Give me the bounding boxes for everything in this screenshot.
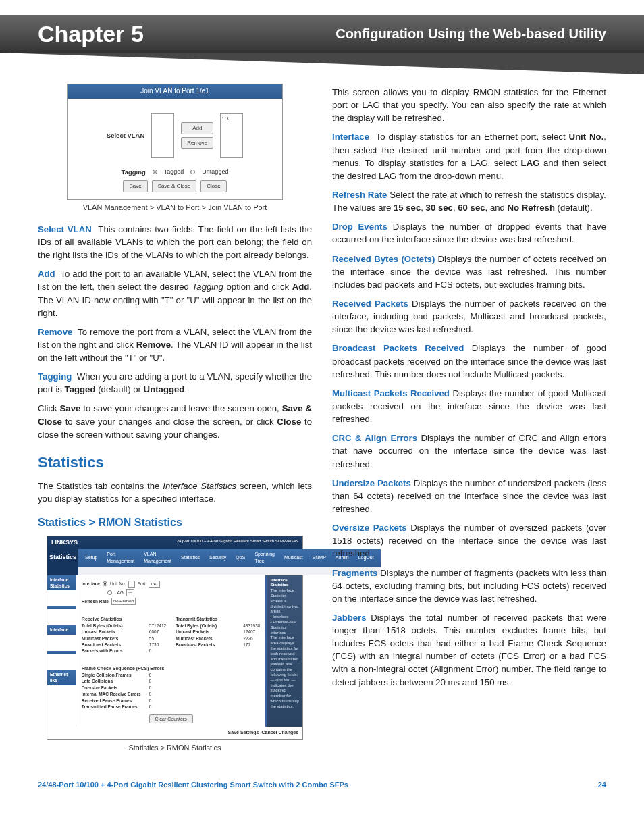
- fig2-port-select[interactable]: 1/e1: [149, 581, 161, 588]
- fig2-brand: LINKSYS: [51, 539, 78, 546]
- term-received-bytes: Received Bytes (Octets): [332, 254, 435, 264]
- section-title: Configuration Using the Web-based Utilit…: [336, 26, 606, 42]
- fig2-clear-button[interactable]: Clear Counters: [149, 714, 193, 723]
- fig1-untagged-text: Untagged: [202, 167, 228, 176]
- fig1-save-button[interactable]: Save: [123, 180, 147, 192]
- fig2-stat-row: Total Bytes (Octets)5712412: [82, 623, 166, 629]
- fig2-model: 24 port 10/100 + 4-Port Gigabit Resilien…: [177, 538, 298, 544]
- fig1-remove-button[interactable]: Remove: [181, 137, 213, 149]
- fig2-refresh-select[interactable]: No Refresh: [111, 598, 136, 605]
- fig1-caption: VLAN Management > VLAN to Port > Join VL…: [38, 203, 312, 213]
- chapter-title: Chapter 5: [38, 21, 144, 47]
- fig1-tagged-radio[interactable]: [153, 170, 157, 174]
- fig2-nav-tab[interactable]: Setup: [82, 554, 100, 562]
- fig2-stat-row: Received Pause Frames0: [82, 698, 261, 704]
- term-add: Add: [38, 269, 55, 279]
- page-footer: 24/48-Port 10/100 + 4-Port Gigabit Resil…: [38, 781, 606, 789]
- fig2-nav-tab[interactable]: Spanning Tree: [252, 550, 277, 565]
- figure-join-vlan: Join VLAN to Port 1/e1 Select VLAN Add R…: [67, 84, 283, 200]
- term-crc-align: CRC & Align Errors: [332, 433, 417, 443]
- fig2-stat-row: Multicast Packets2226: [176, 635, 260, 642]
- fig2-nav-tab[interactable]: SNMP: [310, 554, 329, 562]
- fig1-add-button[interactable]: Add: [181, 122, 213, 134]
- fig1-tagged-text: Tagged: [164, 167, 184, 176]
- term-tagging: Tagging: [38, 371, 72, 382]
- term-undersize: Undersize Packets: [332, 478, 411, 488]
- fig2-stat-row: Internal MAC Receive Errors0: [82, 691, 261, 697]
- fig2-cancel-changes[interactable]: Cancel Changes: [262, 729, 298, 736]
- term-broadcast-packets: Broadcast Packets Received: [332, 343, 464, 353]
- heading-rmon: Statistics > RMON Statistics: [38, 515, 312, 530]
- heading-statistics: Statistics: [38, 452, 312, 473]
- fig2-side-item[interactable]: Interface: [47, 625, 76, 634]
- fig2-stat-row: Oversize Packets0: [82, 685, 261, 691]
- footer-page-number: 24: [598, 781, 606, 789]
- fig2-sidebar: Interface StatisticsInterfaceEthernet-li…: [47, 575, 76, 727]
- fig2-save-settings[interactable]: Save Settings: [228, 729, 259, 736]
- term-remove: Remove: [38, 327, 72, 337]
- right-intro: This screen allows you to display RMON s…: [332, 86, 606, 124]
- fig2-stat-row: Multicast Packets55: [82, 635, 166, 642]
- fig2-caption: Statistics > RMON Statistics: [38, 743, 312, 754]
- fig2-side-item[interactable]: Interface Statistics: [47, 575, 76, 591]
- fig2-stat-row: Unicast Packets6007: [82, 629, 166, 635]
- left-column: Join VLAN to Port 1/e1 Select VLAN Add R…: [38, 80, 312, 763]
- fig2-stat-row: Packets with Errors0: [82, 648, 166, 654]
- right-column: This screen allows you to display RMON s…: [332, 80, 606, 763]
- fig2-unit-select[interactable]: 1: [128, 581, 134, 588]
- footer-product: 24/48-Port 10/100 + 4-Port Gigabit Resil…: [38, 781, 348, 789]
- fig2-stat-row: Single Collision Frames0: [82, 672, 261, 678]
- fig1-close-button[interactable]: Close: [200, 180, 226, 192]
- fig2-side-item[interactable]: Ethernet-like: [47, 670, 76, 685]
- term-multicast-packets: Multicast Packets Received: [332, 388, 450, 398]
- fig1-saveclose-button[interactable]: Save & Close: [152, 180, 196, 192]
- fig2-side-item[interactable]: [47, 651, 76, 654]
- fig2-side-item[interactable]: [47, 606, 76, 609]
- fig2-side-tab: Statistics: [47, 549, 78, 575]
- fig2-stat-row: Broadcast Packets177: [176, 642, 260, 648]
- page-header: Chapter 5 Configuration Using the Web-ba…: [38, 15, 606, 53]
- fig2-stat-row: Transmitted Pause Frames0: [82, 704, 261, 710]
- fig2-unit-radio[interactable]: [103, 581, 107, 586]
- figure-rmon-stats: LINKSYS 24 port 10/100 + 4-Port Gigabit …: [47, 536, 303, 739]
- fig1-tagging-label: Tagging: [122, 167, 146, 177]
- fig2-nav-tab[interactable]: Multicast: [281, 554, 306, 562]
- fig2-nav-tab[interactable]: Security: [207, 554, 229, 562]
- fig2-nav-tab[interactable]: VLAN Management: [141, 550, 174, 565]
- term-drop-events: Drop Events: [332, 221, 387, 232]
- term-oversize: Oversize Packets: [332, 523, 407, 533]
- fig2-stat-row: Unicast Packets12407: [176, 629, 260, 635]
- term-jabbers: Jabbers: [332, 613, 367, 623]
- fig2-stat-row: Late Collisions0: [82, 678, 261, 684]
- fig1-title: Join VLAN to Port 1/e1: [68, 84, 282, 99]
- fig1-label: Select VLAN: [107, 131, 145, 140]
- fig1-untagged-radio[interactable]: [190, 170, 195, 174]
- term-interface: Interface: [332, 132, 369, 142]
- fig2-lag-select[interactable]: —: [126, 589, 134, 596]
- term-select-vlan: Select VLAN: [38, 224, 92, 234]
- fig2-stat-row: Total Bytes (Octets)4831938: [176, 623, 260, 629]
- term-received-packets: Received Packets: [332, 298, 408, 309]
- term-refresh-rate: Refresh Rate: [332, 190, 387, 200]
- fig2-lag-radio[interactable]: [107, 590, 112, 595]
- term-fragments: Fragments: [332, 568, 377, 578]
- fig2-nav-tab[interactable]: Statistics: [178, 554, 203, 562]
- fig1-right-list[interactable]: 1U: [220, 113, 243, 158]
- fig2-nav-tab[interactable]: QoS: [233, 554, 248, 562]
- fig2-nav-tab[interactable]: Port Management: [104, 550, 137, 565]
- fig2-main: Interface Unit No. 1 Port 1/e1 LAG —: [76, 575, 266, 727]
- fig2-stat-row: Broadcast Packets1730: [82, 642, 166, 648]
- fig2-help-panel: Interface Statistics The Interface Stati…: [265, 575, 302, 727]
- fig1-left-list[interactable]: [151, 113, 174, 158]
